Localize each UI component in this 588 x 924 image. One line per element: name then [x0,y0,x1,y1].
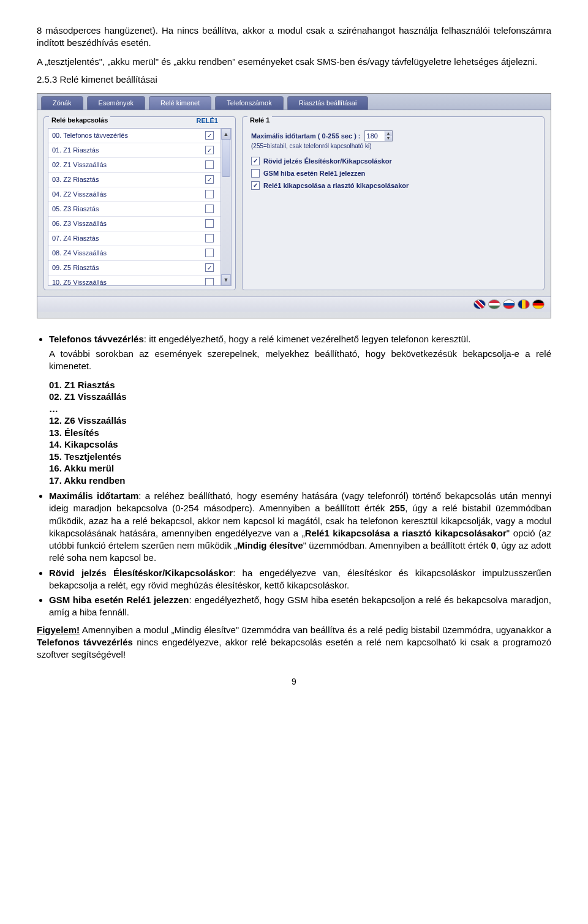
numbered-item: 13. Élesítés [49,427,551,439]
flag-ro-icon[interactable] [518,299,530,309]
checkbox-icon[interactable]: ✓ [205,175,214,184]
list-item[interactable]: 08. Z4 Visszaállás [48,246,221,261]
tab-bar: Zónák Események Relé kimenet Telefonszám… [37,94,551,110]
tab-phone-numbers[interactable]: Telefonszámok [215,96,283,110]
checkbox-icon[interactable] [251,169,260,178]
list-item-label: 04. Z2 Visszaállás [52,190,205,198]
checkbox-icon[interactable] [205,219,214,228]
option-row[interactable]: ✓Rövid jelzés Élesítéskor/Kikapcsoláskor [251,157,535,165]
spin-down-icon[interactable]: ▼ [385,136,392,141]
tab-zones[interactable]: Zónák [41,96,83,110]
checkbox-icon[interactable]: ✓ [251,157,260,165]
page-number: 9 [37,677,551,686]
scroll-up-icon[interactable]: ▲ [221,129,231,140]
list-item[interactable]: 07. Z4 Riasztás [48,231,221,246]
checkbox-icon[interactable] [205,234,214,242]
settings-window: Zónák Események Relé kimenet Telefonszám… [37,93,551,318]
max-duration-value[interactable]: 180 [365,132,385,140]
flag-sk-icon[interactable] [503,299,515,309]
event-list: 00. Telefonos távvezérlés✓01. Z1 Riasztá… [48,128,232,286]
option-row[interactable]: ✓Relé1 kikapcsolása a riasztó kikapcsolá… [251,181,535,190]
intro-para-1: 8 másodperces hangüzenet). Ha nincs beál… [37,24,551,50]
list-item[interactable]: 03. Z2 Riasztás✓ [48,173,221,187]
list-item[interactable]: 10. Z5 Visszaállás [48,276,221,285]
section-heading: 2.5.3 Relé kimenet beállításai [37,74,551,85]
relay-on-groupbox: Relé bekapcsolás RELÉ1 00. Telefonos táv… [43,116,236,290]
list-item-label: 06. Z3 Visszaállás [52,220,205,227]
option-label: GSM hiba esetén Relé1 jelezzen [263,170,365,177]
list-item-label: 03. Z2 Riasztás [52,176,205,183]
list-item-label: 09. Z5 Riasztás [52,264,205,271]
max-duration-note: (255=bistabil, csak telefonról kapcsolha… [251,143,535,149]
flag-de-icon[interactable] [532,299,545,309]
bullet-max-duration: Maximális időtartam: a reléhez beállítha… [49,490,551,565]
list-item-label: 10. Z5 Visszaállás [52,279,205,285]
list-item[interactable]: 02. Z1 Visszaállás [48,158,221,173]
bullet-gsm-fault: GSM hiba esetén Relé1 jelezzen: engedély… [49,594,551,619]
numbered-item: 02. Z1 Visszaállás [49,391,551,403]
tab-relay-output[interactable]: Relé kimenet [149,96,211,110]
scrollbar[interactable]: ▲ ▼ [221,129,231,285]
checkbox-icon[interactable]: ✓ [251,181,260,190]
list-item[interactable]: 04. Z2 Visszaállás [48,187,221,202]
relay-on-legend: Relé bekapcsolás [49,116,110,124]
checkbox-icon[interactable] [205,278,214,285]
scroll-thumb[interactable] [222,139,230,177]
option-label: Relé1 kikapcsolása a riasztó kikapcsolás… [263,182,409,189]
scroll-down-icon[interactable]: ▼ [221,274,231,285]
checkbox-icon[interactable] [205,205,214,213]
checkbox-icon[interactable] [205,190,214,198]
checkbox-icon[interactable] [205,249,214,257]
checkbox-icon[interactable] [205,160,214,169]
list-item-label: 08. Z4 Visszaállás [52,249,205,257]
option-row[interactable]: GSM hiba esetén Relé1 jelezzen [251,169,535,178]
list-item[interactable]: 01. Z1 Riasztás✓ [48,143,221,158]
numbered-item: 16. Akku merül [49,462,551,475]
intro-para-2: A „tesztjelentés", „akku merül" és „akku… [37,56,551,68]
flag-hu-icon[interactable] [488,299,500,309]
numbered-item: 15. Tesztjelentés [49,451,551,463]
relay1-groupbox: Relé 1 Maximális időtartam ( 0-255 sec )… [242,116,545,290]
list-item-label: 05. Z3 Riasztás [52,205,205,212]
tab-events[interactable]: Események [87,96,145,110]
numbered-item: 14. Kikapcsolás [49,438,551,451]
numbered-item: … [49,403,551,415]
list-item[interactable]: 06. Z3 Visszaállás [48,217,221,231]
bullet-remote-control: Telefonos távvezérlés: itt engedélyezhet… [49,333,551,486]
max-duration-spinner[interactable]: 180 ▲ ▼ [364,130,393,141]
list-item-label: 02. Z1 Visszaállás [52,161,205,168]
list-item-label: 01. Z1 Riasztás [52,146,205,154]
flag-en-icon[interactable] [473,299,486,309]
spin-up-icon[interactable]: ▲ [385,131,392,136]
list-item[interactable]: 00. Telefonos távvezérlés✓ [48,129,221,143]
checkbox-icon[interactable]: ✓ [205,263,214,272]
checkbox-icon[interactable]: ✓ [205,131,214,140]
tab-alarm-settings[interactable]: Riasztás beállításai [287,96,369,110]
list-item-label: 07. Z4 Riasztás [52,235,205,242]
warning-para: Figyelem! Amennyiben a modul „Mindig éle… [37,624,551,661]
status-bar [37,296,551,312]
relay-column-label: RELÉ1 [194,117,221,124]
bullet-short-signal: Rövid jelzés Élesítéskor/Kikapcsoláskor:… [49,567,551,592]
numbered-item: 12. Z6 Visszaállás [49,415,551,427]
relay1-legend: Relé 1 [247,116,272,124]
numbered-item: 01. Z1 Riasztás [49,379,551,391]
list-item[interactable]: 05. Z3 Riasztás [48,202,221,217]
max-duration-label: Maximális időtartam ( 0-255 sec ) : [251,132,361,140]
list-item[interactable]: 09. Z5 Riasztás✓ [48,261,221,276]
checkbox-icon[interactable]: ✓ [205,146,214,154]
option-label: Rövid jelzés Élesítéskor/Kikapcsoláskor [263,157,392,165]
numbered-item: 17. Akku rendben [49,475,551,487]
list-item-label: 00. Telefonos távvezérlés [52,132,205,139]
